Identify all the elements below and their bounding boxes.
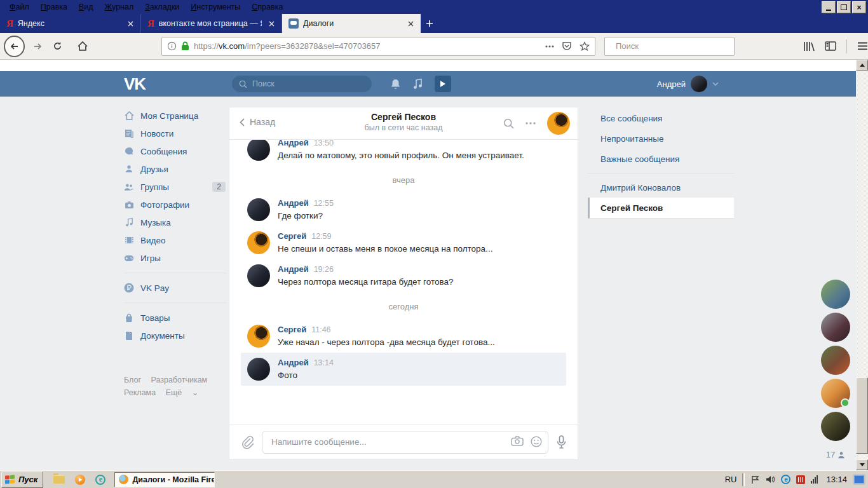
new-tab-button[interactable] bbox=[421, 14, 438, 33]
message-unread[interactable]: Андрей 13:14 Фото bbox=[241, 353, 566, 386]
scroll-up-button[interactable] bbox=[856, 60, 868, 71]
library-icon[interactable] bbox=[803, 41, 815, 51]
menu-view[interactable]: Вид bbox=[73, 1, 99, 13]
sidebar-item-groups[interactable]: Группы 2 bbox=[124, 178, 226, 196]
notifications-bell-icon[interactable] bbox=[390, 78, 401, 90]
sidebar-item-photos[interactable]: Фотографии bbox=[124, 196, 226, 214]
tray-clock[interactable]: 13:14 bbox=[826, 475, 847, 484]
attach-paperclip-icon[interactable] bbox=[241, 435, 254, 449]
quicklaunch-explorer-icon[interactable] bbox=[53, 475, 65, 484]
avatar[interactable] bbox=[247, 139, 270, 161]
friend-avatar[interactable] bbox=[821, 346, 850, 375]
avatar[interactable] bbox=[247, 325, 270, 348]
vk-user-menu[interactable]: Андрей bbox=[657, 76, 719, 92]
menu-bookmarks[interactable]: Закладки bbox=[139, 1, 185, 13]
chat-search-icon[interactable] bbox=[503, 118, 514, 129]
pocket-icon[interactable] bbox=[562, 41, 572, 51]
vk-search-box[interactable] bbox=[232, 76, 372, 92]
video-play-icon[interactable] bbox=[435, 76, 451, 92]
footer-link-developers[interactable]: Разработчикам bbox=[151, 376, 208, 384]
chat-more-icon[interactable] bbox=[526, 122, 536, 125]
chat-peer-avatar[interactable] bbox=[547, 112, 570, 135]
music-note-icon[interactable] bbox=[413, 78, 423, 90]
sidebar-item-games[interactable]: Игры bbox=[124, 249, 226, 267]
avatar[interactable] bbox=[247, 231, 270, 254]
friend-avatar[interactable] bbox=[821, 412, 850, 441]
message-input[interactable] bbox=[262, 431, 548, 454]
vk-search-input[interactable] bbox=[251, 79, 365, 89]
dialog-item-sergey-active[interactable]: Сергей Песков bbox=[588, 198, 734, 219]
message-author[interactable]: Андрей bbox=[278, 139, 309, 147]
footer-link-blog[interactable]: Блог bbox=[124, 376, 141, 384]
message-author[interactable]: Сергей bbox=[278, 325, 306, 334]
home-button[interactable] bbox=[74, 37, 92, 55]
friend-avatar[interactable] bbox=[821, 280, 850, 309]
tab-close-icon[interactable] bbox=[125, 18, 135, 29]
avatar[interactable] bbox=[247, 198, 270, 221]
menu-file[interactable]: Файл bbox=[4, 1, 35, 13]
message-author[interactable]: Андрей bbox=[278, 198, 309, 208]
scrollbar-thumb[interactable] bbox=[856, 377, 868, 454]
filter-important[interactable]: Важные сообщения bbox=[588, 149, 734, 169]
message[interactable]: Андрей 12:55 Где фотки? bbox=[241, 193, 566, 226]
sidebar-item-vk-pay[interactable]: VK Pay bbox=[124, 279, 226, 297]
message-author[interactable]: Сергей bbox=[278, 231, 306, 241]
sidebar-item-video[interactable]: Видео bbox=[124, 231, 226, 249]
tab-close-icon[interactable] bbox=[405, 18, 416, 29]
tab-close-icon[interactable] bbox=[266, 18, 276, 29]
message[interactable]: Андрей 13:50 Делай по матовому, это новы… bbox=[241, 139, 566, 166]
hamburger-menu-icon[interactable] bbox=[857, 42, 868, 50]
menu-help[interactable]: Справка bbox=[246, 1, 288, 13]
page-info-icon[interactable] bbox=[167, 41, 177, 51]
message[interactable]: Андрей 19:26 Через полтора месяца гитара… bbox=[241, 259, 566, 292]
photo-camera-icon[interactable] bbox=[511, 436, 524, 446]
sidebars-icon[interactable] bbox=[825, 41, 836, 51]
message-list[interactable]: Андрей 13:50 Делай по матовому, это новы… bbox=[229, 139, 578, 423]
tray-e-icon[interactable]: e bbox=[781, 475, 790, 484]
message[interactable]: Сергей 12:59 Не спеши и оставь меня в по… bbox=[241, 226, 566, 259]
sidebar-item-news[interactable]: Новости bbox=[124, 125, 226, 142]
bookmark-star-icon[interactable] bbox=[580, 41, 590, 51]
tray-flag-icon[interactable] bbox=[750, 475, 760, 484]
url-text[interactable]: https://vk.com/im?peers=3632878&sel=4707… bbox=[194, 41, 541, 51]
tab-dialogs[interactable]: Диалоги bbox=[282, 14, 421, 33]
menu-tools[interactable]: Инструменты bbox=[185, 1, 246, 13]
footer-link-more[interactable]: Ещё ⌄ bbox=[166, 388, 199, 397]
quicklaunch-mediaplayer-icon[interactable] bbox=[75, 475, 85, 485]
reload-button[interactable] bbox=[49, 37, 67, 55]
message-author[interactable]: Андрей bbox=[278, 358, 309, 367]
message-author[interactable]: Андрей bbox=[278, 264, 309, 274]
quicklaunch-ie-icon[interactable]: e bbox=[95, 475, 105, 485]
tray-volume-icon[interactable] bbox=[766, 475, 775, 484]
message[interactable]: Сергей 11:46 Уже начал - через полтора -… bbox=[241, 320, 566, 353]
sidebar-item-market[interactable]: Товары bbox=[124, 309, 226, 327]
tray-network-icon[interactable] bbox=[811, 475, 818, 484]
browser-search-input[interactable] bbox=[614, 41, 729, 51]
secure-lock-icon[interactable] bbox=[181, 41, 189, 51]
sidebar-item-documents[interactable]: Документы bbox=[124, 327, 226, 344]
language-indicator[interactable]: RU bbox=[725, 475, 737, 484]
forward-button[interactable] bbox=[29, 37, 46, 55]
close-button[interactable]: × bbox=[852, 1, 866, 13]
filter-unread[interactable]: Непрочитанные bbox=[588, 128, 734, 149]
friend-avatar[interactable] bbox=[821, 313, 850, 342]
scroll-down-button[interactable] bbox=[856, 459, 868, 470]
restore-button[interactable] bbox=[837, 1, 851, 13]
friends-online-count[interactable]: 17 bbox=[818, 450, 853, 459]
filter-all-messages[interactable]: Все сообщения bbox=[588, 108, 734, 128]
dialog-item-dmitry[interactable]: Дмитрий Коновалов bbox=[588, 177, 734, 198]
menu-history[interactable]: Журнал bbox=[99, 1, 140, 13]
avatar[interactable] bbox=[247, 358, 270, 381]
friend-avatar[interactable] bbox=[821, 379, 850, 408]
window-scrollbar[interactable] bbox=[856, 60, 868, 470]
browser-search-box[interactable] bbox=[604, 37, 735, 56]
start-button[interactable]: Пуск bbox=[1, 471, 43, 488]
url-bar[interactable]: https://vk.com/im?peers=3632878&sel=4707… bbox=[161, 37, 595, 56]
tab-vk-page[interactable]: Я вконтакте моя страница — Янд bbox=[141, 14, 282, 33]
sidebar-item-messages[interactable]: Сообщения bbox=[124, 142, 226, 160]
footer-link-ads[interactable]: Реклама bbox=[124, 388, 156, 397]
sidebar-item-music[interactable]: Музыка bbox=[124, 214, 226, 231]
minimize-button[interactable] bbox=[822, 1, 836, 13]
voice-message-mic-icon[interactable] bbox=[557, 435, 566, 449]
tray-display-icon[interactable] bbox=[853, 474, 865, 485]
